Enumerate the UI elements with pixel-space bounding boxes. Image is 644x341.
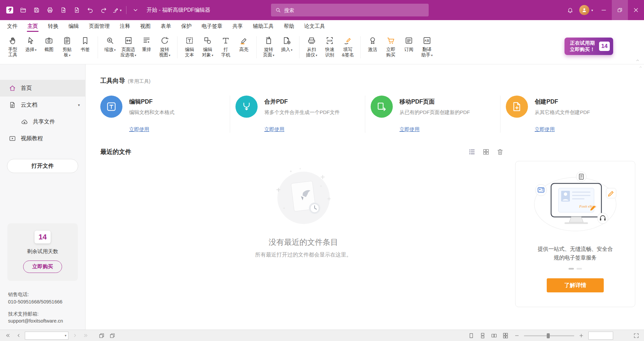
close-button[interactable] [628,0,644,20]
menu-help[interactable]: 帮助 [279,20,299,32]
buy-now-ribbon-button[interactable]: 立即 购买 [382,35,400,58]
notifications-button[interactable] [564,4,577,16]
minimize-button[interactable] [596,0,612,20]
subscribe-button[interactable]: 订阅 [400,35,418,52]
facing-continuous-view-button[interactable] [501,331,510,340]
support-email-address[interactable]: support@foxitsoftware.cn [8,318,77,325]
rotate-view[interactable]: 旋转 视图▾ [156,35,174,58]
save-button[interactable] [30,4,43,16]
redo-button[interactable] [97,4,110,16]
facing-view-button[interactable] [490,331,498,340]
buy-now-button[interactable]: 立即购买 [23,261,62,273]
customize-toolbar-button[interactable] [129,4,142,16]
learn-more-button[interactable]: 了解详情 [547,278,604,292]
ribbon-group: 缩放▾页面适 应选项▾重排旋转 视图▾ [98,34,175,58]
highlight-tool[interactable]: 高亮 [235,35,253,52]
menu-accessibility[interactable]: 辅助工具 [248,20,279,32]
menu-paper-tools[interactable]: 论文工具 [299,20,330,32]
close-icon [633,7,639,13]
undo-button[interactable] [84,4,97,16]
clipboard-tool[interactable]: 剪贴 板▾ [58,35,76,58]
open-file-button[interactable]: 打开文件 [7,159,78,173]
carousel-dot-1[interactable] [569,268,574,270]
carousel-dot-2[interactable] [577,268,582,270]
zoom-out-button[interactable] [513,331,521,340]
menu-protect[interactable]: 保护 [176,20,197,32]
clear-recent-button[interactable] [496,148,504,156]
menu-edit[interactable]: 编辑 [63,20,84,32]
zoom-slider-thumb[interactable] [547,333,550,338]
zoom-tool[interactable]: 缩放▾ [101,35,119,52]
menu-comment[interactable]: 注释 [115,20,135,32]
menu-organize[interactable]: 页面管理 [84,20,115,32]
create-pdf-icon[interactable] [506,96,528,118]
fill-sign[interactable]: 填写 &签名 [339,35,357,58]
reflow-tool[interactable]: 重排 [138,35,156,52]
single-page-view-button[interactable] [467,331,476,340]
typewriter-tool[interactable]: 打 字机 [217,35,235,58]
account-button[interactable]: ▾ [577,4,596,16]
fullscreen-button[interactable] [632,331,641,340]
trial-badge[interactable]: 正在试用期 立即购买！ 14 [565,38,613,55]
merge-pdf-icon[interactable] [235,96,258,118]
foxit-logo[interactable] [3,4,16,16]
sidebar-item-cloud-docs[interactable]: 云文档▾ [0,97,85,113]
activate-button[interactable]: 激活 [364,35,382,52]
share-button[interactable] [70,4,83,16]
first-page-button[interactable] [3,331,12,340]
translate-assistant[interactable]: A文翻译 助手▾ [418,35,436,58]
snapshot-tool[interactable]: 截图 [40,35,58,52]
next-page-button[interactable] [70,331,79,340]
select-tool[interactable]: 选择▾ [22,35,40,52]
menu-form[interactable]: 表单 [156,20,176,32]
menu-convert[interactable]: 转换 [43,20,63,32]
insert-pages[interactable]: 插入▾ [278,35,296,52]
edit-pdf-icon[interactable] [100,96,122,118]
use-now-link[interactable]: 立即使用 [535,126,555,133]
menu-share[interactable]: 共享 [227,20,248,32]
sidebar-item-home[interactable]: 首页 [0,80,85,97]
edit-object[interactable]: 编辑 对象▾ [199,35,217,58]
bookmark-icon [81,36,90,46]
use-now-link[interactable]: 立即使用 [264,126,284,133]
snapshot-pages-button[interactable] [97,331,106,340]
zoom-level-input[interactable] [590,333,611,338]
global-search[interactable] [271,4,429,16]
restore-button[interactable] [612,0,628,20]
hand-tool[interactable]: 手型 工具 [4,35,22,58]
quick-ocr[interactable]: OCR快速 识别 [321,35,339,58]
menu-file[interactable]: 文件 [2,20,22,32]
search-input[interactable] [284,7,425,13]
duplicate-pages-button[interactable] [108,331,117,340]
open-file-button[interactable] [17,4,30,16]
list-view-button[interactable] [468,148,476,156]
sidebar-item-shared-files[interactable]: 共享文件 [0,113,85,130]
rotate-pages[interactable]: 旋转 页面▾ [260,35,278,58]
move-pdf-pages-icon[interactable] [371,96,393,118]
export-button[interactable] [57,4,70,16]
grid-view-button[interactable] [482,148,490,156]
continuous-view-button[interactable] [478,331,487,340]
export-icon [60,7,67,13]
sidebar-item-video-tutorials[interactable]: 视频教程 [0,130,85,147]
scroll-up-button[interactable] [639,65,643,69]
use-now-link[interactable]: 立即使用 [399,126,420,133]
zoom-slider[interactable] [524,331,574,340]
use-now-link[interactable]: 立即使用 [129,126,149,133]
last-page-button[interactable] [81,331,90,340]
menu-home[interactable]: 主页 [22,20,43,32]
edit-text[interactable]: 编辑 文本 [180,35,199,58]
zoom-in-button[interactable] [577,331,586,340]
page-fit-options[interactable]: 页面适 应选项▾ [119,35,138,58]
zoom-level-box[interactable] [588,332,613,340]
page-number-input[interactable] [27,333,65,338]
page-number-box[interactable]: ▾ [25,332,68,340]
prev-page-button[interactable] [14,331,23,340]
menu-esign[interactable]: 电子签章 [197,20,227,32]
print-button[interactable] [44,4,56,16]
bookmark-tool[interactable]: 书签 [76,35,94,52]
collapse-ribbon-button[interactable] [635,58,640,63]
from-scanner[interactable]: 从扫 描仪▾ [303,35,321,58]
menu-view[interactable]: 视图 [135,20,156,32]
esign-quick-button[interactable]: ▾ [111,4,123,16]
